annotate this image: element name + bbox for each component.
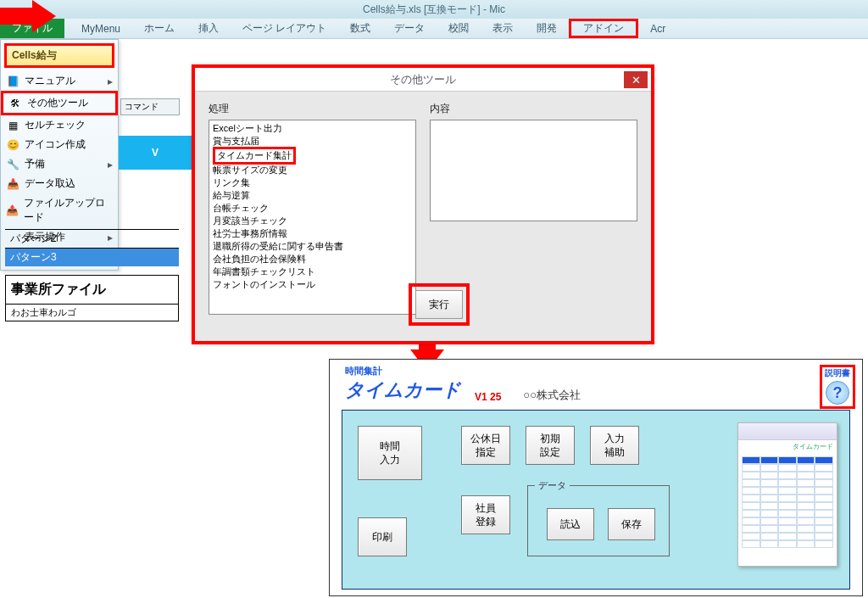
book-icon: 📘 <box>6 75 19 88</box>
dropdown-head[interactable]: Cells給与 <box>4 43 114 68</box>
dd-import[interactable]: 📥 データ取込 <box>1 174 118 193</box>
wrench-icon: 🔧 <box>6 158 19 171</box>
timecard-company: ○○株式会社 <box>523 388 581 403</box>
list-item[interactable]: リンク集 <box>213 176 412 189</box>
list-item[interactable]: タイムカード集計 <box>213 148 412 164</box>
data-group-label: データ <box>535 479 570 492</box>
office-file-row: わお士車わルゴ <box>5 305 179 321</box>
upload-icon: 📤 <box>6 204 19 217</box>
other-tools-dialog: その他ツール ✕ 処理 Excelシート出力 賞与支払届 タイムカード集計 帳票… <box>192 64 654 344</box>
list-item[interactable]: 賞与支払届 <box>213 135 412 148</box>
dd-spare[interactable]: 🔧 予備 ▸ <box>1 154 118 174</box>
grid-icon: ▦ <box>6 119 19 132</box>
list-item[interactable]: 月変該当チェック <box>213 215 412 227</box>
menu-home[interactable]: ホーム <box>132 19 186 38</box>
menu-formula[interactable]: 数式 <box>338 19 382 38</box>
timecard-smallhead: 時間集計 <box>345 365 461 377</box>
help-icon: ? <box>826 381 849 405</box>
dd-other-tools[interactable]: 🛠 その他ツール <box>1 91 118 115</box>
content-box <box>430 120 637 221</box>
employee-button[interactable]: 社員 登録 <box>461 495 510 534</box>
timecard-body: 時間 入力 公休日 指定 初期 設定 入力 補助 社員 登録 印刷 データ 読込… <box>342 410 850 590</box>
list-item[interactable]: 退職所得の受給に関する申告書 <box>213 240 412 253</box>
menu-dev[interactable]: 開発 <box>525 19 569 38</box>
list-item[interactable]: フォントのインストール <box>213 278 412 291</box>
list-item[interactable]: 帳票サイズの変更 <box>213 164 412 176</box>
help-label: 説明書 <box>822 367 853 379</box>
dd-label: マニュアル <box>25 74 75 88</box>
menu-mymenu[interactable]: MyMenu <box>70 19 132 38</box>
timecard-window: 時間集計 タイムカード V1 25 ○○株式会社 説明書 ? 時間 入力 公休日… <box>329 359 863 596</box>
office-file-header: 事業所ファイル <box>5 275 179 305</box>
menu-data[interactable]: データ <box>382 19 437 38</box>
chevron-right-icon: ▸ <box>108 159 113 170</box>
list-item[interactable]: 会社負担の社会保険料 <box>213 253 412 265</box>
list-item[interactable]: 台帳チェック <box>213 202 412 215</box>
list-item[interactable]: Excelシート出力 <box>213 122 412 135</box>
close-icon: ✕ <box>632 74 641 87</box>
dd-label: データ取込 <box>25 176 75 191</box>
timecard-version: V1 25 <box>475 391 501 403</box>
menu-review[interactable]: 校閲 <box>437 19 481 38</box>
dd-upload[interactable]: 📤 ファイルアップロード <box>1 193 118 227</box>
dd-label: セルチェック <box>25 118 86 132</box>
run-button-highlight: 実行 <box>409 283 470 326</box>
list-item[interactable]: 給与逆算 <box>213 189 412 202</box>
menu-insert[interactable]: 挿入 <box>186 19 231 38</box>
menu-pagelayout[interactable]: ページ レイアウト <box>231 19 338 38</box>
sheet-left-list: パターン2 パターン3 事業所ファイル わお士車わルゴ <box>5 229 179 321</box>
preview-title: タイムカード <box>738 440 837 453</box>
list-item[interactable]: 年調書類チェックリスト <box>213 265 412 278</box>
run-button[interactable]: 実行 <box>415 290 463 319</box>
time-input-button[interactable]: 時間 入力 <box>358 426 422 480</box>
dd-label: 予備 <box>25 157 45 171</box>
dd-iconmake[interactable]: 😊 アイコン作成 <box>1 135 118 154</box>
menu-addin[interactable]: アドイン <box>569 19 638 38</box>
dd-cellcheck[interactable]: ▦ セルチェック <box>1 115 118 135</box>
dd-label: ファイルアップロード <box>24 196 113 225</box>
face-icon: 😊 <box>6 138 19 152</box>
dd-label: アイコン作成 <box>25 137 86 152</box>
content-label: 内容 <box>430 102 637 116</box>
timecard-header: 時間集計 タイムカード V1 25 ○○株式会社 <box>330 360 862 405</box>
print-button[interactable]: 印刷 <box>358 517 407 556</box>
holiday-button[interactable]: 公休日 指定 <box>461 426 510 465</box>
tools-icon: 🛠 <box>8 97 22 110</box>
process-listbox[interactable]: Excelシート出力 賞与支払届 タイムカード集計 帳票サイズの変更 リンク集 … <box>209 120 416 315</box>
menu-acrobat[interactable]: Acr <box>638 19 677 38</box>
read-button[interactable]: 読込 <box>547 508 594 540</box>
dialog-title: その他ツール ✕ <box>195 68 651 92</box>
version-banner: V <box>119 136 195 170</box>
timecard-title: タイムカード <box>345 379 461 400</box>
pattern-3[interactable]: パターン3 <box>5 249 179 266</box>
window-title: Cells給与.xls [互換モード] - Mic <box>0 0 868 19</box>
init-button[interactable]: 初期 設定 <box>526 426 575 465</box>
dd-manual[interactable]: 📘 マニュアル ▸ <box>1 71 118 91</box>
save-button[interactable]: 保存 <box>608 508 655 540</box>
dd-label: その他ツール <box>27 96 88 110</box>
help-button[interactable]: 説明書 ? <box>820 365 855 409</box>
data-group: データ 読込 保存 <box>527 485 670 556</box>
timecard-item[interactable]: タイムカード集計 <box>213 147 296 165</box>
pattern-2[interactable]: パターン2 <box>5 229 179 249</box>
menu-view[interactable]: 表示 <box>481 19 525 38</box>
import-icon: 📥 <box>6 177 19 191</box>
menu-bar: ファイル MyMenu ホーム 挿入 ページ レイアウト 数式 データ 校閲 表… <box>0 19 868 39</box>
close-button[interactable]: ✕ <box>624 71 648 88</box>
timecard-preview: タイムカード <box>737 422 837 567</box>
list-item[interactable]: 社労士事務所情報 <box>213 227 412 240</box>
assist-button[interactable]: 入力 補助 <box>590 426 639 465</box>
chevron-right-icon: ▸ <box>108 75 113 87</box>
command-label: コマンド <box>120 98 180 115</box>
process-label: 処理 <box>209 102 416 116</box>
